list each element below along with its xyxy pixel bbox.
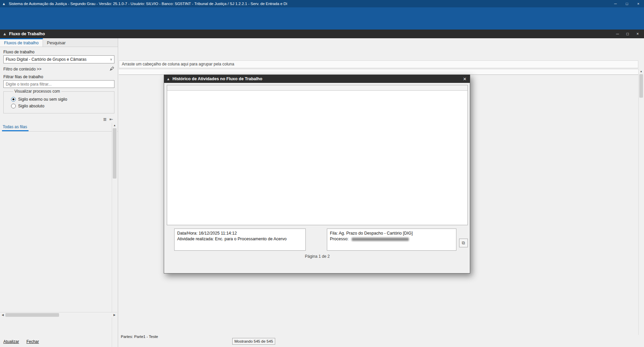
tab-fluxos-de-trabalho[interactable]: Fluxos de trabalho	[0, 38, 43, 47]
window-maximize-button[interactable]: □	[623, 30, 633, 38]
visualizar-group: Visualizar processos com Sigilo externo …	[3, 91, 114, 113]
radio-sigilo-externo-label: Sigilo externo ou sem sigilo	[18, 97, 67, 102]
dialog-title: Histórico de Atividades no Fluxo de Trab…	[172, 77, 262, 81]
radio-selected-icon	[11, 97, 16, 102]
workflow-sidebar: Fluxos de trabalho Pesquisar Fluxo de tr…	[0, 38, 118, 347]
pagination-label: Página 1 de 2	[164, 254, 470, 259]
detail-fila: Fila: Ag. Prazo do Despacho - Cartório […	[330, 231, 453, 236]
detail-data-hora: Data/Hora: 16/12/2025 11:14:12	[177, 231, 303, 236]
redacted-processo	[352, 238, 409, 241]
app-maximize-button[interactable]: □	[621, 0, 633, 7]
fluxo-label: Fluxo de trabalho	[3, 50, 114, 54]
dialog-close-icon[interactable]: ✕	[460, 77, 470, 82]
window-close-button[interactable]: ×	[633, 30, 643, 38]
window-minimize-button[interactable]: ─	[612, 30, 623, 38]
detail-right-box: Fila: Ag. Prazo do Despacho - Cartório […	[327, 229, 456, 251]
table-header	[119, 69, 638, 75]
detail-left-box: Data/Hora: 16/12/2025 11:14:12 Atividade…	[174, 229, 306, 251]
tab-pesquisar[interactable]: Pesquisar	[43, 39, 70, 47]
app-logo-icon: ▲	[2, 2, 7, 6]
app-close-button[interactable]: ×	[633, 0, 644, 7]
app-title: Sistema de Automação da Justiça - Segund…	[9, 2, 287, 6]
visualizar-group-title: Visualizar processos com	[13, 89, 61, 94]
table-vertical-scrollbar[interactable]: ▲	[638, 69, 644, 335]
fluxo-value: Fluxo Digital - Cartório de Grupos e Câm…	[6, 57, 87, 62]
historico-table	[167, 85, 468, 225]
record-count-status: Mostrando 545 de 545	[232, 338, 275, 345]
historico-atividades-dialog: ▲ Histórico de Atividades no Fluxo de Tr…	[164, 75, 470, 274]
grid-toolbar	[118, 40, 644, 49]
clear-filter-icon[interactable]	[109, 66, 114, 72]
fluxo-select[interactable]: Fluxo Digital - Cartório de Grupos e Câm…	[3, 55, 114, 63]
menu-bar	[0, 7, 644, 15]
collapse-panel-icon[interactable]: ⇤	[109, 117, 113, 122]
copy-button[interactable]: ⧉	[459, 239, 468, 247]
tree-options-icon[interactable]: ≣	[103, 117, 107, 122]
radio-unselected-icon	[11, 104, 16, 108]
dialog-icon: ▲	[166, 77, 170, 81]
workflow-window-icon: ▲	[3, 32, 7, 36]
filtrar-filas-input[interactable]	[6, 82, 112, 87]
radio-sigilo-absoluto-label: Sigilo absoluto	[18, 104, 44, 108]
workflow-window-title: Fluxo de Trabalho	[9, 32, 45, 36]
detail-atividade: Atividade realizada: Enc. para o Process…	[177, 236, 303, 242]
radio-sigilo-externo[interactable]: Sigilo externo ou sem sigilo	[11, 97, 111, 102]
action-buttons-bar	[122, 50, 641, 59]
workflow-window-titlebar: ▲ Fluxo de Trabalho ─ □ ×	[0, 30, 644, 38]
app-minimize-button[interactable]: ─	[610, 0, 621, 7]
fechar-button[interactable]: Fechar	[27, 339, 39, 344]
filtrar-label: Filtrar filas de trabalho	[3, 75, 114, 79]
partes-status: Partes: Parte1 - Teste	[121, 335, 158, 339]
detail-processo-label: Processo:	[330, 237, 349, 241]
app-title-bar: ▲ Sistema de Automação da Justiça - Segu…	[0, 0, 644, 7]
filtro-conteudo-link[interactable]: Filtro de conteúdo >>	[3, 67, 41, 71]
chevron-down-icon: ˅	[110, 58, 112, 61]
atualizar-button[interactable]: Atualizar	[3, 339, 19, 344]
group-by-hint: Arraste um cabeçalho de coluna aqui para…	[119, 60, 638, 68]
radio-sigilo-absoluto[interactable]: Sigilo absoluto	[11, 104, 111, 108]
tree-horizontal-scrollbar[interactable]: ◀▶	[0, 312, 117, 317]
app-toolbar	[0, 15, 644, 30]
